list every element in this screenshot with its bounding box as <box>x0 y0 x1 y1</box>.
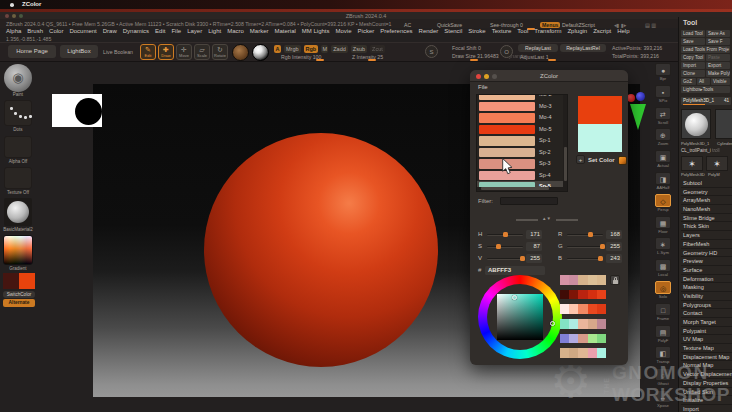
tool-section-header[interactable]: Morph Target <box>681 318 732 327</box>
tool-section-header[interactable]: Contact <box>681 309 732 318</box>
adjust-last-knob[interactable] <box>548 59 556 61</box>
tool-section-header[interactable]: Surface <box>681 266 732 275</box>
live-boolean-toggle[interactable]: Live Boolean <box>103 49 133 55</box>
palette-swatch[interactable] <box>578 290 587 300</box>
tool-section-header[interactable]: Displacement Map <box>681 353 732 362</box>
tool-section-header[interactable]: Subtool <box>681 179 732 188</box>
slider-track[interactable] <box>567 258 603 261</box>
menu-item[interactable]: File <box>171 28 181 36</box>
tool-button[interactable]: Visible <box>711 78 730 85</box>
slider-knob[interactable] <box>496 244 501 249</box>
menu-item[interactable]: Macro <box>227 28 244 36</box>
tool-section-header[interactable]: Vector Displacement <box>681 370 732 379</box>
palette-swatch[interactable] <box>597 290 606 300</box>
secondary-color-swatch[interactable] <box>3 273 19 289</box>
palette-swatch[interactable] <box>588 275 597 285</box>
tool-thumbnail-polymesh[interactable] <box>681 109 711 139</box>
toggle-chip[interactable]: Zcut <box>370 45 385 53</box>
tool-section-header[interactable]: Polygroups <box>681 301 732 310</box>
mode-button[interactable]: ✚ Draw <box>158 44 174 60</box>
replay-last-rel-button[interactable]: ReplayLastRel <box>560 44 606 52</box>
tool-button[interactable]: Load Tool <box>681 30 705 37</box>
slider-knob[interactable] <box>600 244 605 249</box>
filter-input[interactable] <box>500 197 558 205</box>
toggle-chip[interactable]: Zsub <box>351 45 367 53</box>
tool-button[interactable]: Save As <box>706 30 730 37</box>
recent-tool-star2[interactable]: ✶ <box>706 156 728 171</box>
tool-section-header[interactable]: Thick Skin <box>681 222 732 231</box>
palette-swatch[interactable] <box>560 319 569 329</box>
color-picker-gradient[interactable] <box>3 235 33 265</box>
slider-value[interactable]: 168 <box>606 230 622 239</box>
rgb-slider-row[interactable]: G 255 <box>558 242 624 251</box>
swatch-row[interactable]: Sp-2 <box>477 147 563 159</box>
slider-value[interactable]: 255 <box>606 242 622 251</box>
right-shelf-button[interactable]: ⇄ Scroll <box>651 106 675 128</box>
slider-track[interactable] <box>567 234 603 237</box>
swatch-row[interactable]: Sp-4 <box>477 170 563 182</box>
right-shelf-button[interactable]: ● Bpr <box>651 62 675 84</box>
right-shelf-button[interactable]: ▤ PolyF <box>651 324 675 346</box>
tool-button[interactable]: Import <box>681 62 705 69</box>
tool-button[interactable]: GoZ <box>681 78 696 85</box>
palette-swatch[interactable] <box>597 334 606 344</box>
tool-section-header[interactable]: FiberMesh <box>681 240 732 249</box>
quicksave-button[interactable]: QuickSave <box>437 22 462 28</box>
right-shelf-button[interactable]: ⊕ Zoom <box>651 127 675 149</box>
tool-section-header[interactable]: Geometry HD <box>681 249 732 258</box>
gizmo-red-handle[interactable] <box>627 94 635 102</box>
palette-swatch[interactable] <box>588 348 597 358</box>
sv-marker[interactable] <box>512 295 517 300</box>
mode-button[interactable]: ▱ Scale <box>194 44 210 60</box>
toggle-chip[interactable]: Zadd <box>331 45 348 53</box>
palette-swatch[interactable] <box>569 319 578 329</box>
tool-section-header[interactable]: Polypaint <box>681 327 732 336</box>
swatch-row[interactable]: Mo-5 <box>477 124 563 136</box>
tool-button[interactable]: Make PolyM <box>706 70 730 77</box>
tool-button[interactable]: Export <box>706 62 730 69</box>
right-shelf-button[interactable]: ▣ Actual <box>651 149 675 171</box>
slider-value[interactable]: 171 <box>526 230 542 239</box>
toggle-chip[interactable]: Mrgb <box>284 45 301 53</box>
palette-swatch[interactable] <box>560 334 569 344</box>
copy-paste-doc-icons[interactable]: ▤ ▥ <box>645 22 656 28</box>
sculpt-sphere-model[interactable] <box>204 133 438 367</box>
menu-item[interactable]: Dynamics <box>123 28 149 36</box>
menu-item[interactable]: Brush <box>27 28 43 36</box>
mode-button[interactable]: ↻ Rotate <box>212 44 228 60</box>
tool-button[interactable]: Lightbox▸Tools <box>681 86 730 93</box>
tool-file-row[interactable]: CL_trollPaint_i troll <box>681 148 720 153</box>
menu-item[interactable]: Light <box>208 28 221 36</box>
tool-button[interactable]: Save F <box>706 38 730 45</box>
secondary-color-swatch-zc[interactable] <box>578 124 622 152</box>
focal-shift-slider[interactable]: Focal Shift 0 <box>452 45 481 51</box>
home-page-button[interactable]: Home Page <box>8 45 56 58</box>
menu-item[interactable]: Zscript <box>593 28 611 36</box>
menu-item[interactable]: Picker <box>358 28 375 36</box>
slider-track[interactable] <box>567 246 603 249</box>
menu-item[interactable]: Render <box>419 28 439 36</box>
tool-button[interactable]: Paste <box>706 54 730 61</box>
palette-swatch[interactable] <box>578 319 587 329</box>
hex-input[interactable]: ABFFF3 <box>485 266 545 275</box>
list-vertical-scrollbar[interactable] <box>563 95 567 191</box>
h-scroll-thumb[interactable] <box>481 187 549 190</box>
tool-button[interactable]: All <box>697 78 710 85</box>
slider-knob[interactable] <box>503 232 508 237</box>
tool-section-header[interactable]: Layers <box>681 231 732 240</box>
tool-button[interactable]: Save <box>681 38 705 45</box>
swatch-row[interactable]: Sp-1 <box>477 135 563 147</box>
tool-section-header[interactable]: Slime Bridge <box>681 214 732 223</box>
alpha-picker[interactable] <box>4 136 32 158</box>
menus-toggle-button[interactable]: Menus <box>540 22 560 28</box>
menu-item[interactable]: Tool <box>517 28 528 36</box>
see-through-slider[interactable]: See-through 0 <box>490 22 523 28</box>
right-shelf-button[interactable]: ∗ L.Sym <box>651 236 675 258</box>
gizmo-blue-handle[interactable] <box>636 92 645 101</box>
tool-section-header[interactable]: Initialize <box>681 396 732 405</box>
menu-item[interactable]: Texture <box>492 28 512 36</box>
palette-swatch[interactable] <box>560 290 569 300</box>
right-shelf-button[interactable]: ◌ Ghost <box>651 367 675 389</box>
tool-section-header[interactable]: Preview <box>681 257 732 266</box>
palette-swatch[interactable] <box>569 348 578 358</box>
